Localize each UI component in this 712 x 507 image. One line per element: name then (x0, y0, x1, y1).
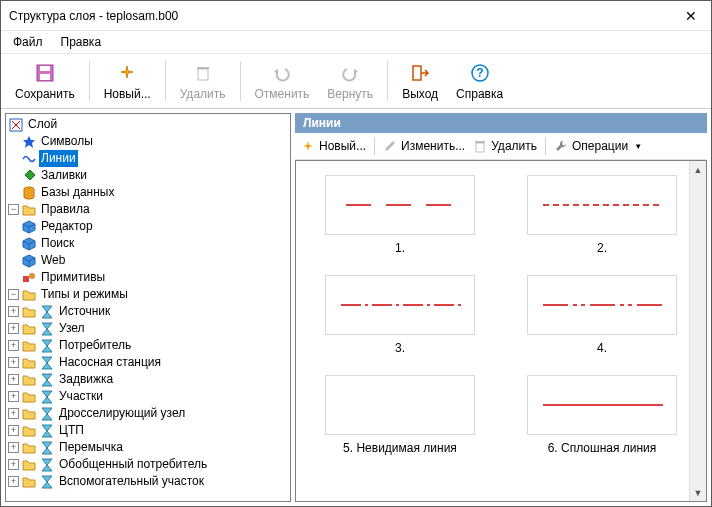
line-preview (325, 175, 475, 235)
bucket-icon (21, 168, 37, 184)
scrollbar[interactable]: ▲ ▼ (689, 161, 706, 501)
wrench-icon (554, 139, 568, 153)
expand-icon[interactable]: + (8, 459, 19, 470)
hourglass-icon (39, 474, 55, 490)
tree-types[interactable]: −Типы и режимы (8, 286, 288, 303)
trash-icon (473, 139, 487, 153)
star-icon (21, 134, 37, 150)
exit-icon (410, 61, 430, 85)
gallery[interactable]: 1.2.3.4.5. Невидимая линия6. Сплошная ли… (295, 160, 707, 502)
hourglass-icon (39, 389, 55, 405)
gallery-item[interactable]: 6. Сплошная линия (516, 375, 688, 455)
gallery-item[interactable]: 1. (314, 175, 486, 255)
tree-pane[interactable]: Слой Символы Линии Заливки Базы данных −… (5, 113, 291, 502)
expand-icon[interactable]: + (8, 442, 19, 453)
line-preview (325, 275, 475, 335)
trash-icon (193, 61, 213, 85)
close-icon[interactable]: ✕ (679, 8, 703, 24)
line-preview (527, 375, 677, 435)
tree-type-item[interactable]: +Дросселирующий узел (8, 405, 288, 422)
tree-rules[interactable]: −Правила (8, 201, 288, 218)
hourglass-icon (39, 304, 55, 320)
tree-type-item[interactable]: +ЦТП (8, 422, 288, 439)
tree-lines[interactable]: Линии (8, 150, 288, 167)
hourglass-icon (39, 355, 55, 371)
expand-icon[interactable]: + (8, 306, 19, 317)
gallery-item[interactable]: 2. (516, 175, 688, 255)
folder-icon (21, 372, 37, 388)
gallery-item[interactable]: 3. (314, 275, 486, 355)
hourglass-icon (39, 423, 55, 439)
cube-icon (21, 253, 37, 269)
tree-databases[interactable]: Базы данных (8, 184, 288, 201)
tree-web[interactable]: Web (8, 252, 288, 269)
expand-icon[interactable]: + (8, 425, 19, 436)
primitives-icon (21, 270, 37, 286)
gallery-caption: 2. (597, 241, 607, 255)
tree-symbols[interactable]: Символы (8, 133, 288, 150)
panel-edit-button: Изменить... (383, 139, 465, 153)
expand-icon[interactable]: + (8, 374, 19, 385)
collapse-icon[interactable]: − (8, 204, 19, 215)
pencil-icon (383, 139, 397, 153)
expand-icon[interactable]: + (8, 476, 19, 487)
tree-type-item[interactable]: +Участки (8, 388, 288, 405)
tree-editor[interactable]: Редактор (8, 218, 288, 235)
tree-fills[interactable]: Заливки (8, 167, 288, 184)
tree-type-item[interactable]: +Источник (8, 303, 288, 320)
svg-point-11 (29, 273, 35, 279)
expand-icon[interactable]: + (8, 340, 19, 351)
menu-edit[interactable]: Правка (53, 33, 110, 51)
expand-icon[interactable]: + (8, 408, 19, 419)
tree-root[interactable]: Слой (8, 116, 288, 133)
help-button[interactable]: ? Справка (448, 57, 511, 105)
folder-icon (21, 423, 37, 439)
expand-icon[interactable]: + (8, 391, 19, 402)
menu-file[interactable]: Файл (5, 33, 51, 51)
hourglass-icon (39, 457, 55, 473)
separator (374, 137, 375, 155)
tree-search[interactable]: Поиск (8, 235, 288, 252)
expand-icon[interactable]: + (8, 323, 19, 334)
panel-new-button[interactable]: Новый... (301, 139, 366, 153)
hourglass-icon (39, 321, 55, 337)
scroll-up-icon[interactable]: ▲ (690, 161, 706, 178)
gallery-caption: 3. (395, 341, 405, 355)
separator (240, 61, 241, 101)
tree-type-item[interactable]: +Перемычка (8, 439, 288, 456)
tree-type-item[interactable]: +Вспомогательный участок (8, 473, 288, 490)
panel-delete-button: Удалить (473, 139, 537, 153)
chevron-down-icon: ▼ (634, 142, 642, 151)
new-button[interactable]: Новый... (96, 57, 159, 105)
delete-button: Удалить (172, 57, 234, 105)
wave-icon (21, 151, 37, 167)
gallery-item[interactable]: 5. Невидимая линия (314, 375, 486, 455)
gallery-caption: 4. (597, 341, 607, 355)
folder-icon (21, 389, 37, 405)
panel-header: Линии (295, 113, 707, 133)
folder-icon (21, 287, 37, 303)
svg-rect-3 (198, 69, 208, 80)
tree-type-item[interactable]: +Насосная станция (8, 354, 288, 371)
folder-icon (21, 440, 37, 456)
svg-rect-12 (476, 143, 484, 152)
tree-type-item[interactable]: +Потребитель (8, 337, 288, 354)
tree-type-item[interactable]: +Задвижка (8, 371, 288, 388)
save-button[interactable]: Сохранить (7, 57, 83, 105)
tree-type-item[interactable]: +Обобщенный потребитель (8, 456, 288, 473)
scroll-down-icon[interactable]: ▼ (690, 484, 706, 501)
svg-rect-2 (40, 66, 50, 71)
svg-text:?: ? (476, 66, 483, 80)
database-icon (21, 185, 37, 201)
exit-button[interactable]: Выход (394, 57, 446, 105)
right-pane: Линии Новый... Изменить... Удалить Опера… (295, 113, 707, 502)
tree-type-item[interactable]: +Узел (8, 320, 288, 337)
folder-icon (21, 338, 37, 354)
panel-toolbar: Новый... Изменить... Удалить Операции▼ (295, 133, 707, 160)
panel-ops-button[interactable]: Операции▼ (554, 139, 642, 153)
collapse-icon[interactable]: − (8, 289, 19, 300)
gallery-item[interactable]: 4. (516, 275, 688, 355)
svg-rect-1 (40, 74, 50, 80)
tree-primitives[interactable]: Примитивы (8, 269, 288, 286)
expand-icon[interactable]: + (8, 357, 19, 368)
